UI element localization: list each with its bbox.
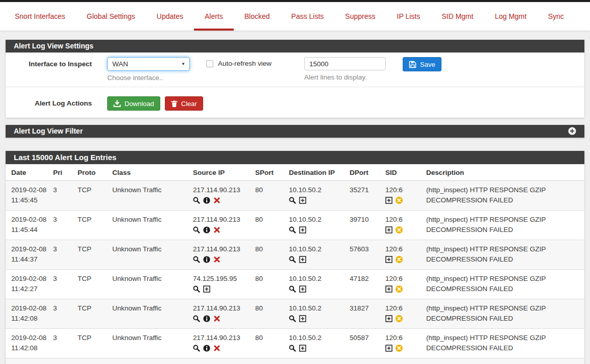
alert-protocol: TCP <box>78 269 112 299</box>
tab-suppress[interactable]: Suppress <box>334 2 386 31</box>
search-icon[interactable] <box>289 226 296 233</box>
add-suppress-icon[interactable] <box>299 226 306 233</box>
info-icon[interactable] <box>203 197 210 204</box>
add-suppress-icon[interactable] <box>299 285 306 293</box>
add-suppress-icon[interactable] <box>385 345 392 352</box>
alert-source-ip-value: 217.114.90.213 <box>193 333 252 343</box>
save-button[interactable]: Save <box>403 57 441 71</box>
alert-sid-value: 120:6 <box>385 303 423 314</box>
force-disable-icon[interactable] <box>396 315 403 322</box>
download-button[interactable]: Download <box>107 96 160 111</box>
alert-source-ip-value: 74.125.195.95 <box>193 274 252 284</box>
alert-sid: 120:6 <box>385 299 426 328</box>
alert-destination-port: 31827 <box>350 299 385 328</box>
alert-lines-input[interactable] <box>304 57 386 70</box>
row-action-icons <box>385 197 423 204</box>
tab-global-settings[interactable]: Global Settings <box>76 2 146 31</box>
alert-date: 2019-02-0811:44:37 <box>6 240 53 269</box>
alert-row: 2019-02-0811:44:373TCPUnknown Traffic217… <box>6 240 584 269</box>
info-icon[interactable] <box>203 315 210 322</box>
expand-filter-button[interactable] <box>568 127 576 135</box>
alert-protocol: TCP <box>78 328 112 358</box>
add-suppress-icon[interactable] <box>299 315 306 322</box>
interface-select[interactable]: WAN <box>107 57 190 71</box>
alert-description: (http_inspect) HTTP RESPONSE GZIP DECOMP… <box>426 210 584 240</box>
add-suppress-icon[interactable] <box>385 256 392 263</box>
force-disable-icon[interactable] <box>396 345 403 352</box>
save-button-label: Save <box>420 61 435 68</box>
alert-row: 2019-02-0811:42:083TCPUnknown Traffic217… <box>6 299 584 328</box>
tab-sid-mgmt[interactable]: SID Mgmt <box>431 2 484 31</box>
add-suppress-icon[interactable] <box>299 345 306 352</box>
tab-ip-lists[interactable]: IP Lists <box>386 2 431 31</box>
info-icon[interactable] <box>203 226 210 233</box>
row-action-icons <box>385 315 423 323</box>
search-icon[interactable] <box>193 226 200 233</box>
alert-destination-ip-value: 10.10.50.2 <box>289 185 347 195</box>
alert-source-port: 80 <box>255 358 289 364</box>
trash-icon <box>171 100 178 108</box>
force-disable-icon[interactable] <box>396 226 403 233</box>
alert-sid: 120:6 <box>385 210 426 240</box>
tab-sync[interactable]: Sync <box>537 2 575 31</box>
tab-blocked[interactable]: Blocked <box>234 2 281 31</box>
info-icon[interactable] <box>203 256 210 263</box>
alert-class: Unknown Traffic <box>112 210 193 240</box>
clear-button[interactable]: Clear <box>165 96 203 111</box>
tab-alerts[interactable]: Alerts <box>194 2 234 31</box>
search-icon[interactable] <box>289 315 296 322</box>
alert-row: 2019-02-0811:42:073TCPUnknown Traffic217… <box>6 358 584 364</box>
alert-description: (http_inspect) HTTP RESPONSE GZIP DECOMP… <box>426 299 584 328</box>
snort-tab-bar: Snort InterfacesGlobal SettingsUpdatesAl… <box>0 2 590 31</box>
block-host-icon[interactable] <box>213 226 220 233</box>
add-suppress-icon[interactable] <box>385 285 392 293</box>
add-suppress-icon[interactable] <box>299 197 306 204</box>
block-host-icon[interactable] <box>213 345 220 352</box>
search-icon[interactable] <box>289 197 296 204</box>
alert-source-ip-value: 217.114.90.213 <box>193 244 252 254</box>
search-icon[interactable] <box>289 285 296 293</box>
info-icon[interactable] <box>203 345 210 352</box>
autorefresh-checkbox[interactable] <box>206 60 213 67</box>
search-icon[interactable] <box>193 285 200 293</box>
settings-panel-body: Interface to Inspect WAN ▼ Choose interf… <box>6 53 584 118</box>
search-icon[interactable] <box>289 345 296 352</box>
add-suppress-icon[interactable] <box>385 226 392 233</box>
search-icon[interactable] <box>193 345 200 352</box>
actions-label: Alert Log Actions <box>6 99 92 107</box>
floppy-disk-icon <box>409 61 416 68</box>
tab-snort-interfaces[interactable]: Snort Interfaces <box>4 2 76 31</box>
block-host-icon[interactable] <box>213 256 220 263</box>
column-header-dport: DPort <box>350 164 385 181</box>
row-action-icons <box>193 256 252 264</box>
add-suppress-icon[interactable] <box>385 197 392 204</box>
add-suppress-icon[interactable] <box>385 315 392 322</box>
alert-source-ip-value: 217.114.90.213 <box>193 362 252 364</box>
tab-log-mgmt[interactable]: Log Mgmt <box>484 2 537 31</box>
block-host-icon[interactable] <box>213 315 220 322</box>
download-icon <box>113 100 121 108</box>
force-disable-icon[interactable] <box>396 197 403 204</box>
plus-circle-icon <box>568 127 576 135</box>
alert-date: 2019-02-0811:42:27 <box>6 269 53 299</box>
alert-description: (http_inspect) HTTP RESPONSE GZIP DECOMP… <box>426 328 584 358</box>
search-icon[interactable] <box>289 256 296 263</box>
alert-description: (http_inspect) HTTP RESPONSE GZIP DECOMP… <box>426 269 584 299</box>
column-header-description: Description <box>426 164 584 181</box>
row-action-icons <box>289 256 347 264</box>
row-action-icons <box>289 226 347 234</box>
search-icon[interactable] <box>193 197 200 204</box>
alert-destination-port: 40480 <box>350 358 385 364</box>
add-suppress-icon[interactable] <box>299 256 306 263</box>
add-suppress-icon[interactable] <box>203 285 210 293</box>
search-icon[interactable] <box>193 256 200 263</box>
search-icon[interactable] <box>193 315 200 322</box>
tab-updates[interactable]: Updates <box>146 2 194 31</box>
block-host-icon[interactable] <box>213 197 220 204</box>
alert-source-ip-value: 217.114.90.213 <box>193 303 252 314</box>
force-disable-icon[interactable] <box>396 256 403 263</box>
tab-pass-lists[interactable]: Pass Lists <box>281 2 335 31</box>
alert-sid: 120:6 <box>385 358 426 364</box>
column-header-source-ip: Source IP <box>193 164 255 181</box>
force-disable-icon[interactable] <box>396 285 403 293</box>
